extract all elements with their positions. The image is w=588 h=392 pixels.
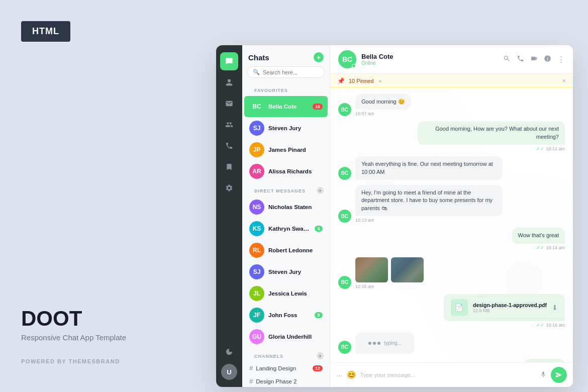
chat-item-nicholas[interactable]: NS Nicholas Staten (244, 197, 328, 218)
msg-time-4: 10:13 am (355, 218, 503, 223)
channel-name-landing: Landing Design (256, 365, 310, 371)
nav-darkmode-icon[interactable] (220, 343, 238, 361)
app-title: DOOT (21, 308, 126, 329)
search-input[interactable] (263, 69, 319, 75)
chat-item-john-foss[interactable]: JF John Foss 5 (244, 305, 328, 326)
send-button[interactable] (551, 367, 567, 383)
nav-contacts-icon[interactable] (220, 116, 238, 134)
nav-chats-icon[interactable] (220, 52, 238, 70)
check-icon-2: ✓✓ (536, 146, 544, 151)
typing-dot-3 (377, 342, 380, 345)
chat-item-james-pinard[interactable]: JP James Pinard (244, 139, 328, 160)
video-action-icon[interactable] (530, 55, 538, 64)
message-input[interactable] (360, 372, 536, 378)
avatar-bella-cote: BC (249, 99, 264, 114)
file-icon: 📄 (451, 299, 468, 316)
direct-messages-label: DIRECT MESSAGES (248, 185, 312, 195)
msg-avatar-typing: BC (338, 341, 351, 354)
chat-list-panel: Chats + 🔍 FAVOURITES BC Bella Cote 16 SJ (242, 45, 330, 387)
chat-name-john: John Foss (268, 312, 311, 318)
pinned-close-button[interactable]: × (562, 77, 566, 84)
chat-item-bella-cote[interactable]: BC Bella Cote 16 (244, 96, 328, 117)
search-bar: 🔍 (247, 66, 325, 78)
message-row-2: Good morning, How are you? What about ou… (338, 121, 565, 151)
search-icon: 🔍 (253, 69, 260, 75)
attachment-icon[interactable]: 😊 (347, 370, 356, 379)
msg-time-6: 10:15 am (355, 284, 424, 289)
chat-item-jessica[interactable]: JL Jessica Lewis (244, 283, 328, 304)
info-action-icon[interactable] (544, 55, 551, 64)
msg-content-5: Wow that's great ✓✓ 10:14 am (512, 228, 565, 250)
nav-profile-icon[interactable] (220, 73, 238, 91)
chat-item-info-james: James Pinard (268, 147, 323, 153)
mic-icon[interactable] (540, 371, 547, 379)
more-action-icon[interactable]: ⋮ (557, 55, 565, 64)
emoji-icon[interactable]: ··· (336, 371, 343, 379)
nav-settings-icon[interactable] (220, 179, 238, 197)
nav-messages-icon[interactable] (220, 94, 238, 113)
chat-item-gloria[interactable]: GU Gloria Underhill (244, 326, 328, 347)
messages-area: BC Good morning 😊 10:07 am Good morning,… (330, 88, 573, 362)
badge-bella: 16 (313, 104, 323, 110)
phone-action-icon[interactable] (517, 55, 524, 64)
msg-bubble-2: Good morning, How are you? What about ou… (418, 121, 565, 145)
input-area: ··· 😊 (330, 362, 573, 387)
chat-item-steven-jury[interactable]: SJ Steven Jury (244, 118, 328, 139)
check-icon-5: ✓✓ (536, 245, 544, 250)
message-row-1: BC Good morning 😊 10:07 am (338, 94, 565, 116)
file-info: design-phase-1-approved.pdf 12.5 MB (473, 302, 547, 313)
nav-bookmarks-icon[interactable] (220, 158, 238, 176)
chat-item-kathryn[interactable]: KS Kathryn Swarey 5 (244, 218, 328, 239)
chat-main: BC Bella Cote Online ⋮ (330, 45, 573, 387)
search-action-icon[interactable] (503, 55, 511, 64)
msg-bubble-9: Thank you ! (524, 359, 565, 362)
file-bubble: 📄 design-phase-1-approved.pdf 12.5 MB ⬇ (444, 294, 565, 321)
typing-dot-2 (373, 342, 376, 345)
add-direct-message-button[interactable]: + (317, 187, 324, 194)
chat-item-robert[interactable]: RL Robert Ledonne (244, 240, 328, 261)
chat-item-alissa-richards[interactable]: AR Alissa Richards (244, 161, 328, 182)
channels-label: CHANNELS (248, 351, 289, 361)
channel-hash-icon: # (249, 364, 253, 372)
avatar-john: JF (249, 308, 264, 323)
app-subtitle: Responsive Chat App Template (21, 333, 126, 342)
photo-row (355, 257, 424, 282)
add-channel-button[interactable]: + (317, 352, 324, 359)
chat-name-nicholas: Nicholas Staten (268, 204, 323, 210)
pinned-add-button[interactable]: + (379, 78, 382, 84)
photo-thumb-2 (391, 257, 424, 282)
msg-content-typing: typing... (355, 333, 415, 354)
direct-messages-section-header: DIRECT MESSAGES + (242, 182, 330, 197)
chat-name-james: James Pinard (268, 147, 323, 153)
chat-item-info-kathryn: Kathryn Swarey (268, 226, 311, 232)
favourites-label: FAVOURITES (248, 85, 294, 95)
chat-item-info-jessica: Jessica Lewis (268, 290, 323, 297)
msg-content-1: Good morning 😊 10:07 am (355, 94, 411, 116)
file-size: 12.5 MB (473, 308, 547, 313)
channel-landing-design[interactable]: # Landing Design 12 (244, 362, 328, 374)
powered-by-label: POWERED BY THEMESBRAND (21, 358, 120, 364)
chat-name-steven2: Steven Jury (268, 269, 323, 275)
download-icon[interactable]: ⬇ (552, 304, 558, 312)
channel-hash-icon-2: # (249, 377, 253, 385)
nav-user-avatar[interactable]: U (221, 364, 237, 380)
add-chat-button[interactable]: + (314, 52, 324, 62)
msg-avatar-6: BC (338, 276, 351, 289)
avatar-alissa: AR (249, 164, 264, 179)
nav-calls-icon[interactable] (220, 137, 238, 155)
message-row-typing: BC typing... (338, 333, 565, 354)
chat-header-avatar: BC (338, 50, 356, 68)
chat-item-info-robert: Robert Ledonne (268, 247, 323, 253)
channel-design-phase[interactable]: # Design Phase 2 (244, 375, 328, 387)
msg-avatar-1: BC (338, 103, 351, 116)
avatar-robert: RL (249, 243, 264, 258)
chat-name-alissa: Alissa Richards (268, 168, 323, 174)
chat-item-steven-jury-2[interactable]: SJ Steven Jury (244, 261, 328, 282)
msg-bubble-1: Good morning 😊 (355, 94, 411, 110)
chat-item-info-john: John Foss (268, 312, 311, 318)
msg-time-5: ✓✓ 10:14 am (512, 245, 565, 250)
pinned-count: 10 Pinned (349, 78, 374, 84)
message-row-3: BC Yeah everything is fine. Our next mee… (338, 156, 565, 180)
chat-list-header: Chats + (242, 45, 330, 66)
check-icon-7: ✓✓ (536, 323, 544, 328)
